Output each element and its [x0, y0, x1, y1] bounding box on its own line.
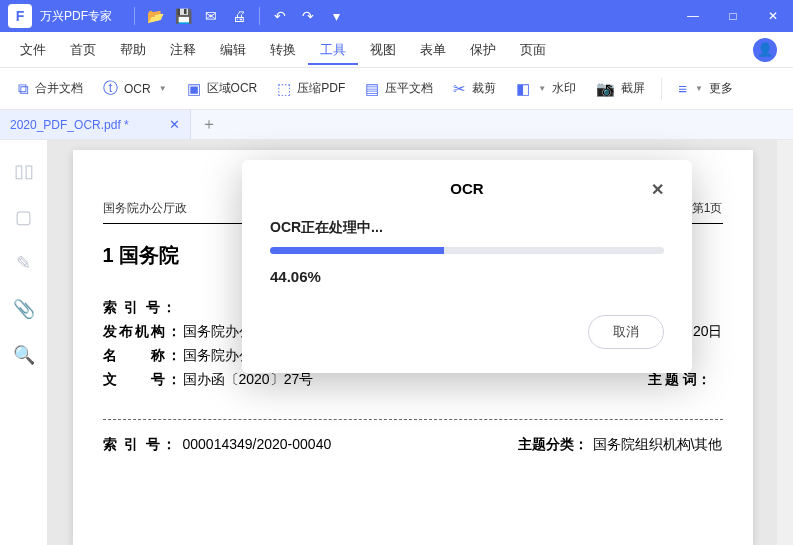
separator	[661, 78, 662, 100]
dropdown-icon[interactable]: ▾	[322, 2, 350, 30]
minimize-button[interactable]: —	[673, 0, 713, 32]
menu-item-6[interactable]: 工具	[308, 35, 358, 65]
progress-fill	[270, 247, 444, 254]
menu-item-3[interactable]: 注释	[158, 35, 208, 65]
compress-icon: ⬚	[277, 80, 291, 98]
menu-bar: 文件首页帮助注释编辑转换工具视图表单保护页面 👤	[0, 32, 793, 68]
chevron-down-icon: ▼	[159, 84, 167, 93]
tool-label: 水印	[552, 80, 576, 97]
vertical-scrollbar[interactable]	[777, 140, 793, 545]
attachment-icon[interactable]: 📎	[13, 298, 35, 320]
dotted-rule	[103, 419, 723, 420]
open-icon[interactable]: 📂	[141, 2, 169, 30]
screenshot-button[interactable]: 📷截屏	[588, 76, 653, 102]
field-label: 文 号：	[103, 371, 183, 389]
field-value: 国务院组织机构\其他	[593, 436, 723, 454]
dialog-close-icon[interactable]: ✕	[651, 180, 664, 199]
page-header-left: 国务院办公厅政	[103, 200, 187, 217]
menu-item-10[interactable]: 页面	[508, 35, 558, 65]
menu-item-9[interactable]: 保护	[458, 35, 508, 65]
search-icon[interactable]: 🔍	[13, 344, 35, 366]
field-label: 索 引 号：	[103, 436, 183, 454]
tool-label: 截屏	[621, 80, 645, 97]
undo-icon[interactable]: ↶	[266, 2, 294, 30]
camera-icon: 📷	[596, 80, 615, 98]
user-avatar-icon[interactable]: 👤	[753, 38, 777, 62]
field-value: 国办函〔2020〕27号	[183, 371, 588, 389]
watermark-button[interactable]: ◧▼水印	[508, 76, 584, 102]
tab-title: 2020_PDF_OCR.pdf *	[10, 118, 129, 132]
dialog-title: OCR	[450, 180, 483, 197]
divider	[259, 7, 260, 25]
bookmark-icon[interactable]: ▢	[15, 206, 32, 228]
cancel-button[interactable]: 取消	[588, 315, 664, 349]
save-icon[interactable]: 💾	[169, 2, 197, 30]
menu-item-4[interactable]: 编辑	[208, 35, 258, 65]
divider	[134, 7, 135, 25]
tool-label: 压平文档	[385, 80, 433, 97]
watermark-icon: ◧	[516, 80, 530, 98]
ocr-icon: ⓣ	[103, 79, 118, 98]
more-button[interactable]: ≡▼更多	[670, 76, 741, 101]
merge-docs-button[interactable]: ⧉合并文档	[10, 76, 91, 102]
menu-item-8[interactable]: 表单	[408, 35, 458, 65]
tool-label: 更多	[709, 80, 733, 97]
field-label: 名 称：	[103, 347, 183, 365]
thumbnails-icon[interactable]: ▯▯	[14, 160, 34, 182]
close-tab-icon[interactable]: ✕	[169, 117, 180, 132]
toolbar: ⧉合并文档 ⓣOCR▼ ▣区域OCR ⬚压缩PDF ▤压平文档 ✂裁剪 ◧▼水印…	[0, 68, 793, 110]
left-sidebar: ▯▯ ▢ ✎ 📎 🔍	[0, 140, 48, 545]
print-icon[interactable]: 🖨	[225, 2, 253, 30]
flatten-button[interactable]: ▤压平文档	[357, 76, 441, 102]
mail-icon[interactable]: ✉	[197, 2, 225, 30]
tab-bar: 2020_PDF_OCR.pdf * ✕ ＋	[0, 110, 793, 140]
menu-item-1[interactable]: 首页	[58, 35, 108, 65]
progress-status-text: OCR正在处理中...	[270, 219, 664, 237]
tool-label: 裁剪	[472, 80, 496, 97]
comments-icon[interactable]: ✎	[16, 252, 31, 274]
ocr-button[interactable]: ⓣOCR▼	[95, 75, 175, 102]
close-button[interactable]: ✕	[753, 0, 793, 32]
field-label: 索 引 号：	[103, 299, 183, 317]
menu-item-0[interactable]: 文件	[8, 35, 58, 65]
tool-label: 合并文档	[35, 80, 83, 97]
ocr-progress-dialog: OCR ✕ OCR正在处理中... 44.06% 取消	[242, 160, 692, 373]
crop-button[interactable]: ✂裁剪	[445, 76, 504, 102]
field-label: 发布机构：	[103, 323, 183, 341]
field-label: 主题分类：	[518, 436, 593, 454]
area-ocr-button[interactable]: ▣区域OCR	[179, 76, 266, 102]
chevron-down-icon: ▼	[538, 84, 546, 93]
compress-button[interactable]: ⬚压缩PDF	[269, 76, 353, 102]
merge-icon: ⧉	[18, 80, 29, 98]
document-tab[interactable]: 2020_PDF_OCR.pdf * ✕	[0, 110, 191, 139]
app-title: 万兴PDF专家	[40, 8, 112, 25]
tool-label: 区域OCR	[207, 80, 258, 97]
flatten-icon: ▤	[365, 80, 379, 98]
app-logo-icon: F	[8, 4, 32, 28]
maximize-button[interactable]: □	[713, 0, 753, 32]
page-number: 第1页	[692, 200, 723, 217]
menu-item-5[interactable]: 转换	[258, 35, 308, 65]
crop-icon: ✂	[453, 80, 466, 98]
title-bar: F 万兴PDF专家 📂 💾 ✉ 🖨 ↶ ↷ ▾ — □ ✕	[0, 0, 793, 32]
menu-item-7[interactable]: 视图	[358, 35, 408, 65]
new-tab-button[interactable]: ＋	[191, 114, 227, 135]
progress-bar	[270, 247, 664, 254]
progress-percent: 44.06%	[270, 268, 664, 285]
redo-icon[interactable]: ↷	[294, 2, 322, 30]
field-value: 000014349/2020-00040	[183, 436, 458, 452]
area-ocr-icon: ▣	[187, 80, 201, 98]
field-label: 主 题 词：	[648, 371, 723, 389]
chevron-down-icon: ▼	[695, 84, 703, 93]
tool-label: OCR	[124, 82, 151, 96]
menu-item-2[interactable]: 帮助	[108, 35, 158, 65]
tool-label: 压缩PDF	[297, 80, 345, 97]
more-icon: ≡	[678, 80, 687, 97]
